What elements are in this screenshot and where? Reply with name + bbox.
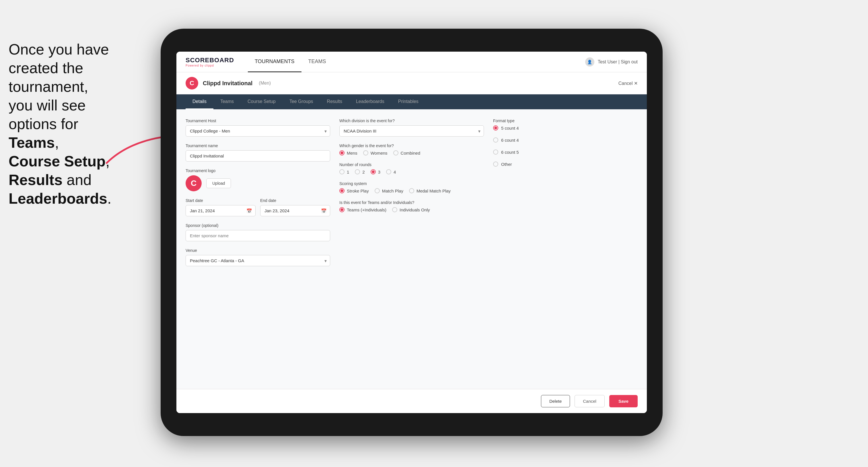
rounds-3-radio[interactable] xyxy=(371,169,376,175)
gender-womens-radio[interactable] xyxy=(363,150,368,155)
scoring-medal-option[interactable]: Medal Match Play xyxy=(409,188,451,193)
tournament-header: C Clippd Invitational (Men) Cancel ✕ xyxy=(177,72,647,94)
rounds-2-radio[interactable] xyxy=(355,169,360,175)
gender-mens-label: Mens xyxy=(347,151,358,155)
cancel-header-button[interactable]: Cancel ✕ xyxy=(618,81,638,86)
rounds-1-label: 1 xyxy=(347,169,349,175)
sponsor-input[interactable] xyxy=(186,230,330,241)
format-5count4-radio[interactable] xyxy=(493,125,498,130)
scoring-stroke-option[interactable]: Stroke Play xyxy=(339,188,369,193)
scoring-match-radio[interactable] xyxy=(375,188,380,193)
format-type-group: Format type 5 count 4 6 count 4 6 count … xyxy=(493,119,638,171)
tab-course-setup[interactable]: Course Setup xyxy=(241,94,283,109)
format-5count4-label: 5 count 4 xyxy=(501,126,519,130)
gender-mens-radio[interactable] xyxy=(339,150,344,155)
tablet-screen: SCOREBOARD Powered by clippd TOURNAMENTS… xyxy=(177,52,647,413)
scoring-stroke-radio[interactable] xyxy=(339,188,344,193)
start-date-label: Start date xyxy=(186,198,255,203)
scoring-match-option[interactable]: Match Play xyxy=(375,188,403,193)
rounds-group: Number of rounds 1 2 xyxy=(339,162,484,175)
rounds-1-radio[interactable] xyxy=(339,169,344,175)
scoring-match-label: Match Play xyxy=(382,188,403,193)
format-5count4-option[interactable]: 5 count 4 xyxy=(493,125,638,130)
individuals-only-option[interactable]: Individuals Only xyxy=(392,207,430,212)
tournament-title-area: C Clippd Invitational (Men) xyxy=(186,77,271,90)
tournament-host-select[interactable]: Clippd College - Men xyxy=(186,125,330,136)
rounds-1-option[interactable]: 1 xyxy=(339,169,349,175)
rounds-4-radio[interactable] xyxy=(386,169,391,175)
rounds-4-option[interactable]: 4 xyxy=(386,169,396,175)
rounds-2-option[interactable]: 2 xyxy=(355,169,365,175)
scoring-stroke-label: Stroke Play xyxy=(347,188,369,193)
scoring-medal-radio[interactable] xyxy=(409,188,414,193)
gender-label: Which gender is the event for? xyxy=(339,144,484,148)
form-column-1: Tournament Host Clippd College - Men Tou… xyxy=(186,119,330,266)
tab-tee-groups[interactable]: Tee Groups xyxy=(283,94,320,109)
format-6count4-option[interactable]: 6 count 4 xyxy=(493,137,638,143)
teams-plus-radio[interactable] xyxy=(339,207,344,212)
tournament-host-group: Tournament Host Clippd College - Men xyxy=(186,119,330,136)
form-column-3: Format type 5 count 4 6 count 4 6 count … xyxy=(493,119,638,171)
delete-button[interactable]: Delete xyxy=(541,395,570,407)
division-select-wrapper: NCAA Division III xyxy=(339,125,484,136)
format-other-label: Other xyxy=(501,162,512,167)
gender-combined-option[interactable]: Combined xyxy=(393,150,420,155)
gender-radio-group: Mens Womens Combined xyxy=(339,150,484,155)
tab-leaderboards[interactable]: Leaderboards xyxy=(349,94,391,109)
scoring-label: Scoring system xyxy=(339,181,484,186)
individuals-only-label: Individuals Only xyxy=(400,208,430,212)
start-date-group: Start date xyxy=(186,198,255,216)
format-6count5-option[interactable]: 6 count 5 xyxy=(493,150,638,155)
gender-combined-label: Combined xyxy=(401,151,420,155)
nav-user: 👤 Test User | Sign out xyxy=(585,57,638,67)
format-6count4-label: 6 count 4 xyxy=(501,138,519,143)
format-other-radio[interactable] xyxy=(493,161,498,167)
tournament-logo-group: Tournament logo C Upload xyxy=(186,168,330,191)
bold-teams: Teams xyxy=(9,134,55,151)
cancel-button[interactable]: Cancel xyxy=(575,395,605,407)
period: . xyxy=(107,190,111,207)
logo-text: SCOREBOARD xyxy=(186,57,234,64)
bold-leaderboards: Leaderboards xyxy=(9,190,107,207)
tab-details[interactable]: Details xyxy=(186,94,213,109)
nav-items: TOURNAMENTS TEAMS xyxy=(248,52,585,72)
division-select[interactable]: NCAA Division III xyxy=(339,125,484,136)
start-date-wrapper xyxy=(186,205,255,216)
gender-womens-option[interactable]: Womens xyxy=(363,150,388,155)
main-content: Tournament Host Clippd College - Men Tou… xyxy=(177,109,647,389)
end-date-wrapper xyxy=(260,205,330,216)
tournament-name: Clippd Invitational xyxy=(203,80,252,87)
action-bar: Delete Cancel Save xyxy=(177,389,647,413)
tab-printables[interactable]: Printables xyxy=(391,94,425,109)
logo-sub: Powered by clippd xyxy=(186,64,234,67)
save-button[interactable]: Save xyxy=(609,395,638,407)
format-6count5-radio[interactable] xyxy=(493,150,498,155)
nav-tournaments[interactable]: TOURNAMENTS xyxy=(248,52,302,72)
format-other-option[interactable]: Other xyxy=(493,161,638,167)
scoring-medal-label: Medal Match Play xyxy=(416,188,451,193)
division-group: Which division is the event for? NCAA Di… xyxy=(339,119,484,136)
tab-teams[interactable]: Teams xyxy=(213,94,241,109)
individuals-only-radio[interactable] xyxy=(392,207,397,212)
user-label[interactable]: Test User | Sign out xyxy=(598,59,638,65)
tablet-device: SCOREBOARD Powered by clippd TOURNAMENTS… xyxy=(161,29,662,436)
gender-mens-option[interactable]: Mens xyxy=(339,150,358,155)
format-6count4-radio[interactable] xyxy=(493,137,498,143)
upload-button[interactable]: Upload xyxy=(206,179,231,188)
tournament-name-input[interactable] xyxy=(186,150,330,161)
rounds-3-option[interactable]: 3 xyxy=(371,169,380,175)
sponsor-group: Sponsor (optional) xyxy=(186,223,330,241)
gender-group: Which gender is the event for? Mens Wome… xyxy=(339,144,484,155)
end-date-input[interactable] xyxy=(260,205,330,216)
teams-plus-option[interactable]: Teams (+Individuals) xyxy=(339,207,386,212)
logo-area: SCOREBOARD Powered by clippd xyxy=(186,57,234,67)
tab-results[interactable]: Results xyxy=(320,94,349,109)
venue-select[interactable]: Peachtree GC - Atlanta - GA xyxy=(186,255,330,266)
user-icon: 👤 xyxy=(585,57,594,67)
nav-teams[interactable]: TEAMS xyxy=(302,52,333,72)
start-date-input[interactable] xyxy=(186,205,255,216)
tournament-logo-label: Tournament logo xyxy=(186,168,330,173)
gender-combined-radio[interactable] xyxy=(393,150,398,155)
end-date-group: End date xyxy=(260,198,330,216)
comma2: , xyxy=(105,153,110,169)
